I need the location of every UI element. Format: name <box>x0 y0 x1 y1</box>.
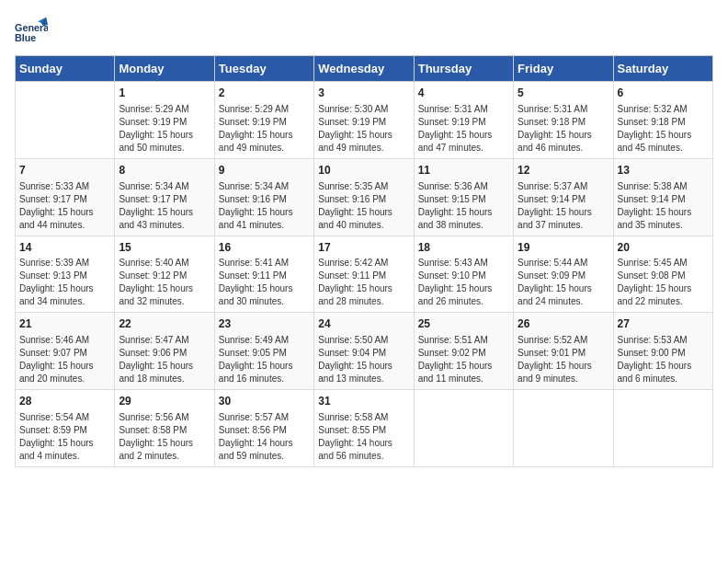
day-number: 28 <box>19 394 110 409</box>
calendar-day-cell: 13Sunrise: 5:38 AM Sunset: 9:14 PM Dayli… <box>613 158 712 236</box>
day-number: 2 <box>219 86 310 101</box>
weekday-header: Friday <box>514 56 613 82</box>
calendar-header: SundayMondayTuesdayWednesdayThursdayFrid… <box>16 56 713 82</box>
calendar-week-row: 21Sunrise: 5:46 AM Sunset: 9:07 PM Dayli… <box>16 313 713 390</box>
calendar-week-row: 14Sunrise: 5:39 AM Sunset: 9:13 PM Dayli… <box>16 236 713 313</box>
calendar-day-cell: 16Sunrise: 5:41 AM Sunset: 9:11 PM Dayli… <box>214 236 313 313</box>
day-info: Sunrise: 5:41 AM Sunset: 9:11 PM Dayligh… <box>219 257 310 308</box>
day-number: 20 <box>618 240 709 256</box>
day-info: Sunrise: 5:51 AM Sunset: 9:02 PM Dayligh… <box>418 334 509 385</box>
day-number: 6 <box>618 86 709 101</box>
day-number: 22 <box>119 316 210 332</box>
day-info: Sunrise: 5:58 AM Sunset: 8:55 PM Dayligh… <box>318 411 409 463</box>
day-number: 9 <box>219 163 310 178</box>
day-info: Sunrise: 5:54 AM Sunset: 8:59 PM Dayligh… <box>19 411 110 463</box>
weekday-header: Saturday <box>613 56 712 82</box>
weekday-row: SundayMondayTuesdayWednesdayThursdayFrid… <box>16 56 713 82</box>
calendar-day-cell: 21Sunrise: 5:46 AM Sunset: 9:07 PM Dayli… <box>16 313 115 390</box>
day-number: 19 <box>518 240 609 256</box>
day-number: 7 <box>19 163 110 178</box>
calendar-day-cell: 26Sunrise: 5:52 AM Sunset: 9:01 PM Dayli… <box>514 313 613 390</box>
day-number: 16 <box>219 240 310 256</box>
weekday-header: Sunday <box>16 56 115 82</box>
day-info: Sunrise: 5:32 AM Sunset: 9:18 PM Dayligh… <box>618 103 709 155</box>
day-info: Sunrise: 5:35 AM Sunset: 9:16 PM Dayligh… <box>318 180 409 232</box>
weekday-header: Thursday <box>414 56 513 82</box>
svg-text:Blue: Blue <box>15 32 36 43</box>
calendar-day-cell: 9Sunrise: 5:34 AM Sunset: 9:16 PM Daylig… <box>214 158 313 236</box>
calendar-day-cell: 27Sunrise: 5:53 AM Sunset: 9:00 PM Dayli… <box>613 313 712 390</box>
day-info: Sunrise: 5:37 AM Sunset: 9:14 PM Dayligh… <box>518 180 609 232</box>
calendar-day-cell: 14Sunrise: 5:39 AM Sunset: 9:13 PM Dayli… <box>16 236 115 313</box>
day-number: 31 <box>318 394 409 409</box>
calendar-day-cell: 8Sunrise: 5:34 AM Sunset: 9:17 PM Daylig… <box>115 158 214 236</box>
day-number: 12 <box>518 163 609 178</box>
page-header: General Blue <box>15 15 713 48</box>
day-info: Sunrise: 5:49 AM Sunset: 9:05 PM Dayligh… <box>219 334 310 385</box>
calendar-day-cell: 30Sunrise: 5:57 AM Sunset: 8:56 PM Dayli… <box>214 390 313 467</box>
calendar-day-cell: 11Sunrise: 5:36 AM Sunset: 9:15 PM Dayli… <box>414 158 513 236</box>
day-number: 23 <box>219 316 310 332</box>
calendar-day-cell: 20Sunrise: 5:45 AM Sunset: 9:08 PM Dayli… <box>613 236 712 313</box>
day-number: 30 <box>219 394 310 409</box>
calendar-day-cell: 12Sunrise: 5:37 AM Sunset: 9:14 PM Dayli… <box>514 158 613 236</box>
calendar-day-cell: 22Sunrise: 5:47 AM Sunset: 9:06 PM Dayli… <box>115 313 214 390</box>
calendar-body: 1Sunrise: 5:29 AM Sunset: 9:19 PM Daylig… <box>16 82 713 467</box>
day-number: 1 <box>119 86 210 101</box>
day-info: Sunrise: 5:29 AM Sunset: 9:19 PM Dayligh… <box>119 103 210 155</box>
calendar-day-cell: 23Sunrise: 5:49 AM Sunset: 9:05 PM Dayli… <box>214 313 313 390</box>
logo: General Blue <box>15 15 55 48</box>
day-number: 29 <box>119 394 210 409</box>
day-number: 13 <box>618 163 709 178</box>
calendar-day-cell: 19Sunrise: 5:44 AM Sunset: 9:09 PM Dayli… <box>514 236 613 313</box>
day-number: 10 <box>318 163 409 178</box>
calendar-day-cell: 5Sunrise: 5:31 AM Sunset: 9:18 PM Daylig… <box>514 82 613 159</box>
day-number: 18 <box>418 240 509 256</box>
calendar-day-cell: 10Sunrise: 5:35 AM Sunset: 9:16 PM Dayli… <box>314 158 414 236</box>
day-number: 14 <box>19 240 110 256</box>
calendar-day-cell: 1Sunrise: 5:29 AM Sunset: 9:19 PM Daylig… <box>115 82 214 159</box>
day-number: 5 <box>518 86 609 101</box>
day-info: Sunrise: 5:47 AM Sunset: 9:06 PM Dayligh… <box>119 334 210 385</box>
day-info: Sunrise: 5:52 AM Sunset: 9:01 PM Dayligh… <box>518 334 609 385</box>
day-info: Sunrise: 5:36 AM Sunset: 9:15 PM Dayligh… <box>418 180 509 232</box>
day-info: Sunrise: 5:38 AM Sunset: 9:14 PM Dayligh… <box>618 180 709 232</box>
day-number: 25 <box>418 316 509 332</box>
day-info: Sunrise: 5:46 AM Sunset: 9:07 PM Dayligh… <box>19 334 110 385</box>
day-info: Sunrise: 5:30 AM Sunset: 9:19 PM Dayligh… <box>318 103 409 155</box>
day-info: Sunrise: 5:42 AM Sunset: 9:11 PM Dayligh… <box>318 257 409 308</box>
day-number: 11 <box>418 163 509 178</box>
calendar-week-row: 1Sunrise: 5:29 AM Sunset: 9:19 PM Daylig… <box>16 82 713 159</box>
calendar-day-cell <box>514 390 613 467</box>
weekday-header: Wednesday <box>314 56 414 82</box>
day-number: 8 <box>119 163 210 178</box>
day-info: Sunrise: 5:56 AM Sunset: 8:58 PM Dayligh… <box>119 411 210 463</box>
calendar-day-cell: 25Sunrise: 5:51 AM Sunset: 9:02 PM Dayli… <box>414 313 513 390</box>
day-info: Sunrise: 5:31 AM Sunset: 9:19 PM Dayligh… <box>418 103 509 155</box>
day-number: 17 <box>318 240 409 256</box>
day-number: 4 <box>418 86 509 101</box>
calendar-day-cell: 18Sunrise: 5:43 AM Sunset: 9:10 PM Dayli… <box>414 236 513 313</box>
calendar-day-cell: 4Sunrise: 5:31 AM Sunset: 9:19 PM Daylig… <box>414 82 513 159</box>
calendar-day-cell <box>613 390 712 467</box>
day-info: Sunrise: 5:34 AM Sunset: 9:16 PM Dayligh… <box>219 180 310 232</box>
day-number: 27 <box>618 316 709 332</box>
calendar-day-cell: 28Sunrise: 5:54 AM Sunset: 8:59 PM Dayli… <box>16 390 115 467</box>
day-info: Sunrise: 5:45 AM Sunset: 9:08 PM Dayligh… <box>618 257 709 308</box>
day-info: Sunrise: 5:43 AM Sunset: 9:10 PM Dayligh… <box>418 257 509 308</box>
calendar-week-row: 7Sunrise: 5:33 AM Sunset: 9:17 PM Daylig… <box>16 158 713 236</box>
calendar-day-cell <box>414 390 513 467</box>
day-number: 3 <box>318 86 409 101</box>
calendar-day-cell: 2Sunrise: 5:29 AM Sunset: 9:19 PM Daylig… <box>214 82 313 159</box>
day-number: 21 <box>19 316 110 332</box>
day-info: Sunrise: 5:33 AM Sunset: 9:17 PM Dayligh… <box>19 180 110 232</box>
calendar-day-cell: 6Sunrise: 5:32 AM Sunset: 9:18 PM Daylig… <box>613 82 712 159</box>
day-info: Sunrise: 5:53 AM Sunset: 9:00 PM Dayligh… <box>618 334 709 385</box>
calendar-day-cell: 29Sunrise: 5:56 AM Sunset: 8:58 PM Dayli… <box>115 390 214 467</box>
weekday-header: Tuesday <box>214 56 313 82</box>
day-info: Sunrise: 5:39 AM Sunset: 9:13 PM Dayligh… <box>19 257 110 308</box>
logo-icon: General Blue <box>15 15 48 48</box>
day-info: Sunrise: 5:44 AM Sunset: 9:09 PM Dayligh… <box>518 257 609 308</box>
day-info: Sunrise: 5:57 AM Sunset: 8:56 PM Dayligh… <box>219 411 310 463</box>
day-info: Sunrise: 5:40 AM Sunset: 9:12 PM Dayligh… <box>119 257 210 308</box>
